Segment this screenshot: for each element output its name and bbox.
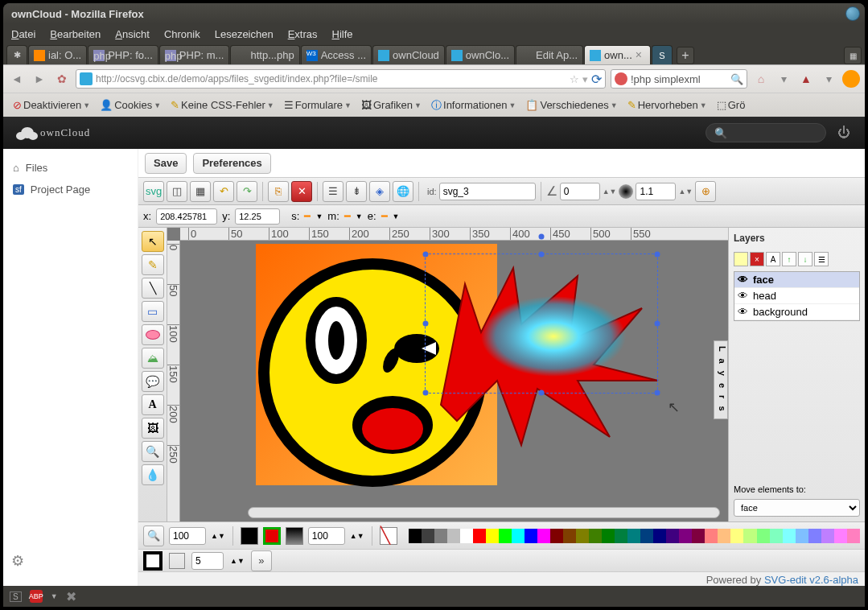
stroke-width-input[interactable] <box>191 552 224 570</box>
position-button[interactable]: ⊕ <box>695 181 716 202</box>
angle-input[interactable] <box>560 183 600 200</box>
adblock-icon[interactable]: ABP <box>30 590 43 603</box>
tab-3[interactable]: phpPHP: m... <box>159 45 230 64</box>
x-input[interactable] <box>156 208 217 225</box>
tab-close-icon[interactable]: × <box>636 51 645 60</box>
color-swatch[interactable] <box>615 529 627 543</box>
color-swatch[interactable] <box>847 529 860 543</box>
color-swatch[interactable] <box>692 529 705 543</box>
color-swatch[interactable] <box>409 529 422 543</box>
tab-6[interactable]: ownCloud <box>372 45 445 64</box>
svg-canvas[interactable] <box>256 244 497 485</box>
color-swatch[interactable] <box>486 529 499 543</box>
layer-up[interactable]: ↑ <box>782 252 796 266</box>
canvas-area[interactable]: 050100150200250300350400450500550 050100… <box>167 228 728 521</box>
url-input[interactable] <box>96 73 566 84</box>
sidebar-project-page[interactable]: sfProject Page <box>10 179 131 200</box>
opacity2-input[interactable] <box>308 527 345 545</box>
layer-new[interactable] <box>734 252 748 266</box>
color-swatch[interactable] <box>808 529 821 543</box>
fill-swatch[interactable] <box>241 527 258 545</box>
tab-5[interactable]: W3Access ... <box>301 45 372 64</box>
color-swatch[interactable] <box>770 529 783 543</box>
zoom-input[interactable] <box>169 527 206 545</box>
delete-button[interactable]: ✕ <box>291 181 312 202</box>
hyperlink-button[interactable]: 🌐 <box>393 181 413 202</box>
menu-hilfe[interactable]: Hilfe <box>332 28 353 40</box>
color-swatch[interactable] <box>730 529 743 543</box>
color-swatch[interactable] <box>783 529 796 543</box>
move-layer-select[interactable]: face <box>734 499 860 517</box>
app-search[interactable]: 🔍 <box>706 123 826 142</box>
color-swatch[interactable] <box>537 529 550 543</box>
menu-chronik[interactable]: Chronik <box>164 28 200 40</box>
path-tool[interactable]: ⛰ <box>142 348 164 369</box>
spinner-icon[interactable]: ▲▼ <box>603 188 617 196</box>
logout-button[interactable]: ⏻ <box>834 123 854 142</box>
back-button[interactable]: ◄ <box>8 70 26 88</box>
wireframe-button[interactable]: ◫ <box>167 181 187 202</box>
color-swatch[interactable] <box>473 529 486 543</box>
group-button[interactable]: ☰ <box>323 181 343 202</box>
stroke-none[interactable] <box>169 553 185 569</box>
status-icon-1[interactable]: S <box>10 591 22 602</box>
menu-bearbeiten[interactable]: Bearbeiten <box>50 28 101 40</box>
layer-row-head[interactable]: 👁head <box>734 288 859 304</box>
status-icon-3[interactable]: ✖ <box>66 589 76 604</box>
monkey-icon[interactable] <box>842 70 860 88</box>
color-swatch[interactable] <box>705 529 718 543</box>
tab-8[interactable]: Edit Ap... <box>516 45 583 64</box>
svg-edit-link[interactable]: SVG-edit v2.6-alpha <box>764 574 858 586</box>
devtool-css[interactable]: ✎Keine CSS-Fehler▼ <box>167 97 278 113</box>
tab-7[interactable]: ownClo... <box>446 45 515 64</box>
preferences-button[interactable]: Preferences <box>193 153 270 174</box>
tab-4[interactable]: http...php <box>230 45 299 64</box>
h-scrollbar[interactable] <box>248 507 720 518</box>
nav-icon-3[interactable]: ▾ <box>820 70 837 88</box>
color-swatch[interactable] <box>679 529 692 543</box>
color-swatch[interactable] <box>796 529 808 543</box>
color-swatch[interactable] <box>718 529 730 543</box>
color-palette[interactable] <box>409 529 860 543</box>
refresh-icon[interactable]: ⟳ <box>591 72 602 87</box>
reload-button[interactable]: ✿ <box>53 70 71 88</box>
spinner-icon-2[interactable]: ▲▼ <box>678 188 693 196</box>
color-swatch[interactable] <box>640 529 653 543</box>
layer-down[interactable]: ↓ <box>798 252 812 266</box>
color-swatch[interactable] <box>422 529 434 543</box>
color-swatch[interactable] <box>563 529 576 543</box>
search-go-icon[interactable]: 🔍 <box>730 73 743 85</box>
color-swatch[interactable] <box>499 529 512 543</box>
no-color[interactable]: ╲ <box>380 527 397 545</box>
color-swatch[interactable] <box>576 529 589 543</box>
site-identity-icon[interactable] <box>80 72 93 85</box>
nav-icon-2[interactable]: ▲ <box>797 70 815 88</box>
ellipse-tool[interactable] <box>142 324 164 345</box>
color-swatch[interactable] <box>821 529 834 543</box>
tab-pin[interactable]: ✱ <box>6 45 27 64</box>
color-swatch[interactable] <box>666 529 679 543</box>
stroke-color[interactable] <box>143 551 162 571</box>
color-swatch[interactable] <box>602 529 615 543</box>
bookmark-star-icon[interactable]: ☆ <box>570 73 579 85</box>
color-swatch[interactable] <box>757 529 770 543</box>
color-swatch[interactable] <box>460 529 473 543</box>
window-close-button[interactable] <box>845 6 860 21</box>
align-button[interactable]: ◈ <box>369 181 390 202</box>
layer-delete[interactable]: × <box>750 252 764 266</box>
devtool-graphics[interactable]: 🖼Grafiken▼ <box>358 97 425 113</box>
color-swatch[interactable] <box>550 529 563 543</box>
layer-row-background[interactable]: 👁background <box>734 304 859 320</box>
save-button[interactable]: Save <box>145 153 187 174</box>
home-icon[interactable]: ⌂ <box>752 70 770 88</box>
rect-tool[interactable]: ▭ <box>142 301 164 322</box>
settings-icon[interactable]: ⚙ <box>11 552 24 570</box>
color-swatch[interactable] <box>525 529 537 543</box>
tab-active[interactable]: own...× <box>584 45 651 64</box>
color-swatch[interactable] <box>743 529 756 543</box>
shape-tool[interactable]: 💬 <box>142 371 164 392</box>
color-swatch[interactable] <box>834 529 847 543</box>
sidebar-files[interactable]: ⌂Files <box>10 157 131 179</box>
opacity-input[interactable] <box>636 183 676 200</box>
y-input[interactable] <box>235 208 280 225</box>
